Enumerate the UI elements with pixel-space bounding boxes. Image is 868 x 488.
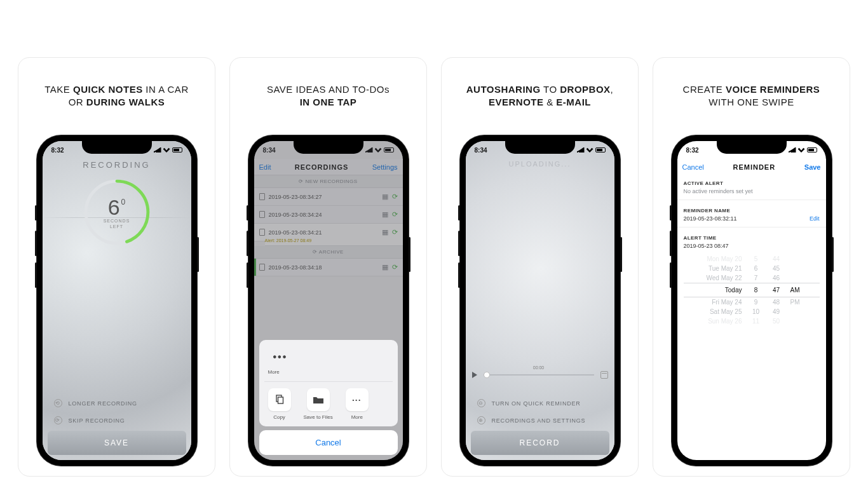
phone-mock-2: 8:34 Edit RECORDINGS Settings ⟳ NEW RECO…: [248, 135, 409, 466]
promo-card-2: SAVE IDEAS AND TO-DOs IN ONE TAP 8:34 Ed…: [229, 57, 427, 477]
signal-icon: [577, 147, 585, 152]
audio-player: 00:00: [472, 371, 608, 379]
track-time: 00:00: [533, 365, 545, 370]
copy-icon: [268, 388, 291, 411]
more-action[interactable]: ••• More: [346, 388, 369, 420]
share-sheet: ••• More Copy Save to Files: [259, 340, 398, 455]
more-label: More: [268, 369, 280, 375]
signal-icon: [154, 147, 161, 152]
more-icon: •••: [346, 388, 369, 411]
skip-icon: ⟳: [54, 416, 62, 424]
caption-3: AUTOSHARING TO DROPBOX, EVERNOTE & E-MAI…: [455, 83, 625, 110]
screen-3: 8:34 UPLOADING... 00:00 ⊖ TURN ON QUICK …: [466, 141, 614, 460]
slider-knob[interactable]: [484, 372, 490, 378]
countdown-ring: 60 SECONDS LEFT: [82, 177, 152, 247]
folder-icon: [307, 388, 330, 411]
datetime-picker[interactable]: Mon May 20544 Tue May 21645 Wed May 2274…: [684, 254, 820, 326]
wifi-icon: [163, 147, 170, 152]
record-button[interactable]: RECORD: [471, 431, 609, 455]
navbar-title: REMINDER: [733, 163, 775, 171]
active-alert-label: ACTIVE ALERT: [684, 180, 820, 186]
recording-title: RECORDING: [43, 160, 191, 170]
reminder-name-value: 2019-05-23-08:32:11: [684, 215, 737, 222]
skip-recording-row[interactable]: ⟳ SKIP RECORDING: [48, 414, 186, 427]
reminder-icon: ⊖: [477, 399, 485, 407]
signal-icon: [789, 147, 796, 152]
wifi-icon: [798, 147, 805, 152]
more-icon[interactable]: •••: [268, 348, 293, 367]
screen-4: 8:32 Cancel REMINDER Save ACTIVE ALERT N…: [677, 141, 826, 460]
promo-card-1: TAKE QUICK NOTES IN A CAR OR DURING WALK…: [18, 57, 215, 477]
picker-selected-row: Today847AM: [684, 283, 820, 297]
copy-action[interactable]: Copy: [268, 388, 291, 420]
seconds-label: SECONDS LEFT: [104, 219, 130, 229]
caption-2: SAVE IDEAS AND TO-DOs IN ONE TAP: [255, 83, 401, 110]
active-alert-subtitle: No active reminders set yet: [684, 188, 820, 194]
phone-mock-1: 8:32 RECORDING 60 SECONDS LEFT: [37, 135, 197, 466]
alert-time-value: 2019-05-23 08:47: [684, 243, 820, 249]
caption-4: CREATE VOICE REMINDERS WITH ONE SWIPE: [672, 83, 832, 110]
status-time: 8:34: [475, 147, 487, 154]
quick-reminder-row[interactable]: ⊖ TURN ON QUICK REMINDER: [471, 396, 609, 410]
longer-recording-row[interactable]: ⟲ LONGER RECORDING: [48, 396, 186, 410]
phone-mock-4: 8:32 Cancel REMINDER Save ACTIVE ALERT N…: [672, 135, 832, 466]
status-time: 8:32: [686, 147, 699, 154]
wifi-icon: [587, 147, 593, 152]
recordings-settings-row[interactable]: ⊕ RECORDINGS AND SETTINGS: [471, 414, 609, 427]
promo-card-4: CREATE VOICE REMINDERS WITH ONE SWIPE 8:…: [653, 57, 850, 477]
save-to-files-action[interactable]: Save to Files: [304, 388, 333, 420]
svg-rect-3: [278, 397, 283, 403]
save-button[interactable]: Save: [804, 163, 821, 171]
battery-icon: [807, 147, 817, 152]
navbar: Cancel REMINDER Save: [677, 159, 826, 175]
track-slider[interactable]: 00:00: [484, 374, 594, 376]
seconds-value: 6: [108, 195, 120, 220]
battery-icon: [172, 147, 182, 152]
save-button[interactable]: SAVE: [48, 431, 186, 455]
promo-card-3: AUTOSHARING TO DROPBOX, EVERNOTE & E-MAI…: [441, 57, 639, 477]
status-time: 8:32: [51, 147, 64, 154]
phone-mock-3: 8:34 UPLOADING... 00:00 ⊖ TURN ON QUICK …: [460, 135, 620, 466]
cancel-button[interactable]: Cancel: [682, 163, 704, 171]
caption-1: TAKE QUICK NOTES IN A CAR OR DURING WALK…: [33, 83, 200, 110]
play-icon[interactable]: [472, 372, 477, 378]
uploading-title: UPLOADING...: [466, 160, 614, 168]
edit-name-button[interactable]: Edit: [810, 215, 820, 222]
plus-icon: ⟲: [54, 399, 62, 407]
calendar-icon[interactable]: [600, 371, 608, 379]
screenshot-gallery: TAKE QUICK NOTES IN A CAR OR DURING WALK…: [0, 0, 868, 483]
screen-2: 8:34 Edit RECORDINGS Settings ⟳ NEW RECO…: [254, 141, 403, 460]
screen-1: 8:32 RECORDING 60 SECONDS LEFT: [43, 141, 191, 460]
battery-icon: [595, 147, 606, 152]
reminder-name-label: REMINDER NAME: [684, 208, 820, 214]
settings-icon: ⊕: [477, 416, 485, 424]
cancel-button[interactable]: Cancel: [259, 430, 398, 455]
alert-time-label: ALERT TIME: [684, 235, 820, 241]
